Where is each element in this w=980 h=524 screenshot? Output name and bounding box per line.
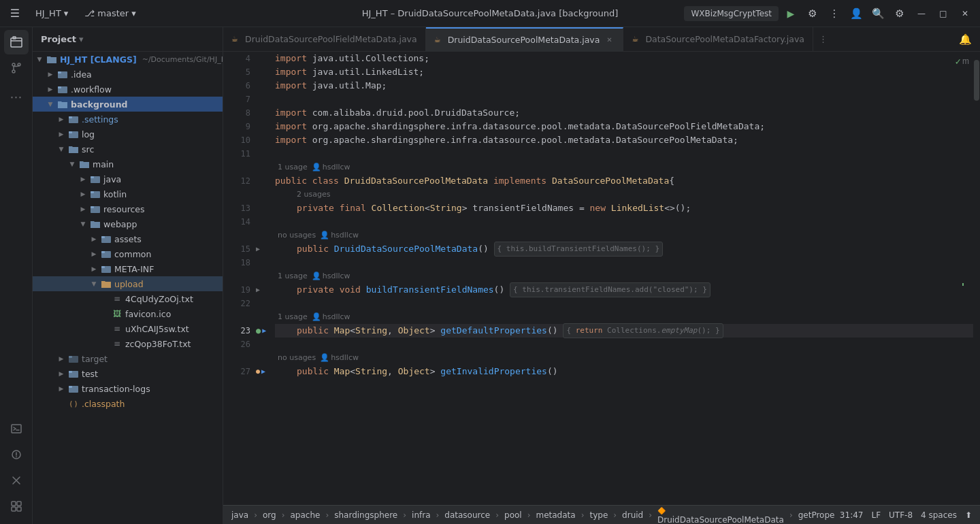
- folder-icon-kotlin: [90, 189, 101, 199]
- expand-line-23[interactable]: ▶: [262, 324, 266, 338]
- folded-block-23[interactable]: { return Collections.emptyMap(); }: [563, 323, 723, 338]
- run-gutter-icon[interactable]: ●: [256, 324, 261, 338]
- idea-label: .idea: [71, 69, 92, 80]
- sidebar-icon-terminal[interactable]: [4, 416, 29, 441]
- run-button[interactable]: ▶: [781, 4, 800, 23]
- debug-button[interactable]: ⚙: [803, 4, 822, 23]
- expand-line-15[interactable]: ▶: [256, 242, 270, 256]
- tree-item-webapp[interactable]: ▼ webapp: [33, 216, 223, 231]
- minimize-button[interactable]: —: [912, 4, 931, 23]
- breadcrumb-class[interactable]: 🔶 DruidDataSourcePoolMetaData: [657, 506, 784, 525]
- code-editor: 4 5 6 7 8 9 10 11 12 13 14 15 18 19 22: [223, 52, 980, 505]
- hamburger-menu-button[interactable]: ☰: [5, 4, 24, 23]
- branch-selector[interactable]: ⎇ master ▾: [79, 5, 141, 21]
- tree-item-test[interactable]: ▶ test: [33, 366, 223, 381]
- sidebar-icon-project[interactable]: [4, 30, 29, 54]
- tree-item-transaction-logs[interactable]: ▶ transaction-logs: [33, 381, 223, 396]
- txt-file-icon3: ≡: [112, 338, 122, 349]
- close-button[interactable]: ✕: [956, 4, 975, 23]
- class-icon: 🔶: [657, 507, 666, 514]
- sidebar-icon-plugins[interactable]: [4, 494, 29, 519]
- folder-icon-transaction: [68, 383, 79, 394]
- sidebar-icon-vcs[interactable]: [4, 468, 29, 493]
- search-button[interactable]: 🔍: [868, 4, 887, 23]
- tree-item-uxh[interactable]: ≡ uXhCAIJ5sw.txt: [33, 321, 223, 336]
- breadcrumb-shardingsphere[interactable]: shardingsphere: [334, 510, 397, 520]
- sidebar-icon-problems[interactable]: [4, 442, 29, 467]
- tab-field-metadata[interactable]: ☕ DruidDataSourcePoolFieldMetaData.java: [223, 27, 426, 52]
- tree-item-kotlin[interactable]: ▶ kotlin: [33, 186, 223, 201]
- encoding[interactable]: UTF-8: [889, 510, 913, 520]
- notification-button[interactable]: 🔔: [956, 30, 975, 49]
- breadcrumb-method[interactable]: getPropertySynonyms: [798, 510, 834, 520]
- breadcrumb-java[interactable]: java: [231, 510, 248, 520]
- file-tree: Project ▾ ▼ HJ_HT [CLANGS] ~/Documents/G…: [33, 27, 223, 524]
- line-num-23: 23: [229, 324, 250, 338]
- more-run-options[interactable]: ⋮: [825, 4, 844, 23]
- chevron-right-icon: ▶: [79, 175, 87, 183]
- upload-button[interactable]: ⬆: [965, 510, 972, 520]
- sidebar-icon-more[interactable]: ⋯: [4, 84, 29, 109]
- breadcrumb-infra[interactable]: infra: [412, 510, 430, 520]
- indent-settings[interactable]: 4 spaces: [921, 510, 957, 520]
- tree-item-classpath[interactable]: ( ) .classpath: [33, 396, 223, 411]
- tab-factory[interactable]: ☕ DataSourcePoolMetaDataFactory.java: [623, 27, 813, 52]
- breadcrumb-type[interactable]: type: [589, 510, 608, 520]
- right-gutter-indicator: [962, 283, 964, 286]
- tree-item-upload[interactable]: ▼ upload: [33, 276, 223, 291]
- breadcrumb-org[interactable]: org: [263, 510, 276, 520]
- tree-item-favicon[interactable]: 🖼 favicon.ico: [33, 306, 223, 321]
- expand-line-19[interactable]: ▶: [256, 283, 270, 297]
- breadcrumb-apache[interactable]: apache: [290, 510, 320, 520]
- tab-close-button[interactable]: ✕: [604, 35, 615, 46]
- maximize-button[interactable]: □: [934, 4, 953, 23]
- breadcrumb-pool[interactable]: pool: [504, 510, 522, 520]
- sidebar-icon-git[interactable]: [4, 56, 29, 80]
- 4cq-label: 4CqUdyZoOj.txt: [125, 294, 193, 304]
- tree-item-log[interactable]: ▶ log: [33, 127, 223, 142]
- line-num-10: 10: [229, 133, 250, 147]
- tree-item-src[interactable]: ▼ src: [33, 142, 223, 157]
- breadcrumb-metadata[interactable]: metadata: [536, 510, 575, 520]
- svg-rect-28: [101, 251, 105, 253]
- tree-item-java[interactable]: ▶ java: [33, 171, 223, 186]
- code-line-7: [275, 93, 973, 106]
- tree-root[interactable]: ▼ HJ_HT [CLANGS] ~/Documents/Git/HJ_HT: [33, 52, 223, 67]
- account-icon[interactable]: 👤: [847, 4, 866, 23]
- tree-item-meta-inf[interactable]: ▶ META-INF: [33, 261, 223, 276]
- cursor-position[interactable]: 31:47: [840, 510, 864, 520]
- expand-line-27[interactable]: ▶: [261, 365, 265, 378]
- folder-open-icon-main: [79, 159, 90, 169]
- svg-rect-9: [12, 507, 16, 511]
- workflow-label: .workflow: [71, 84, 112, 95]
- tree-item-workflow[interactable]: ▶ .workflow: [33, 82, 223, 97]
- run-configuration[interactable]: WXBizMsgCryptTest: [684, 6, 779, 21]
- folded-block-19[interactable]: { this.transientFieldNames.add("closed")…: [510, 282, 710, 297]
- tree-item-main[interactable]: ▼ main: [33, 157, 223, 171]
- tree-item-settings[interactable]: ▶ .settings: [33, 112, 223, 127]
- tree-item-resources[interactable]: ▶ resources: [33, 201, 223, 216]
- breadcrumb-druid[interactable]: druid: [622, 510, 643, 520]
- line-num-18: 18: [229, 256, 250, 269]
- tab-pool-metadata[interactable]: ☕ DruidDataSourcePoolMetaData.java ✕: [426, 27, 624, 52]
- scrollbar-thumb[interactable]: [974, 60, 979, 101]
- tree-item-background[interactable]: ▼ background: [33, 97, 223, 112]
- svg-point-2: [12, 63, 15, 66]
- settings-button[interactable]: ⚙: [890, 4, 909, 23]
- tree-item-assets[interactable]: ▶ assets: [33, 231, 223, 246]
- tree-item-common[interactable]: ▶ common: [33, 246, 223, 261]
- project-selector[interactable]: HJ_HT ▾: [30, 5, 74, 21]
- breadcrumb-datasource[interactable]: datasource: [444, 510, 490, 520]
- tree-item-zcq[interactable]: ≡ zcQop38FoT.txt: [33, 336, 223, 351]
- chevron-right-icon: ▶: [57, 384, 65, 393]
- code-content[interactable]: import java.util.Collections; import jav…: [270, 52, 973, 505]
- tab-more-button[interactable]: ⋮: [813, 27, 833, 52]
- folder-icon-test: [68, 368, 79, 379]
- folded-block-15[interactable]: { this.buildTransientFieldNames(); }: [494, 242, 663, 257]
- right-scrollbar[interactable]: [973, 52, 980, 505]
- tree-item-4cq[interactable]: ≡ 4CqUdyZoOj.txt: [33, 291, 223, 306]
- tree-item-target[interactable]: ▶ target: [33, 351, 223, 366]
- line-separator[interactable]: LF: [871, 510, 881, 520]
- folder-icon-common: [101, 248, 112, 259]
- tree-item-idea[interactable]: ▶ .idea: [33, 67, 223, 82]
